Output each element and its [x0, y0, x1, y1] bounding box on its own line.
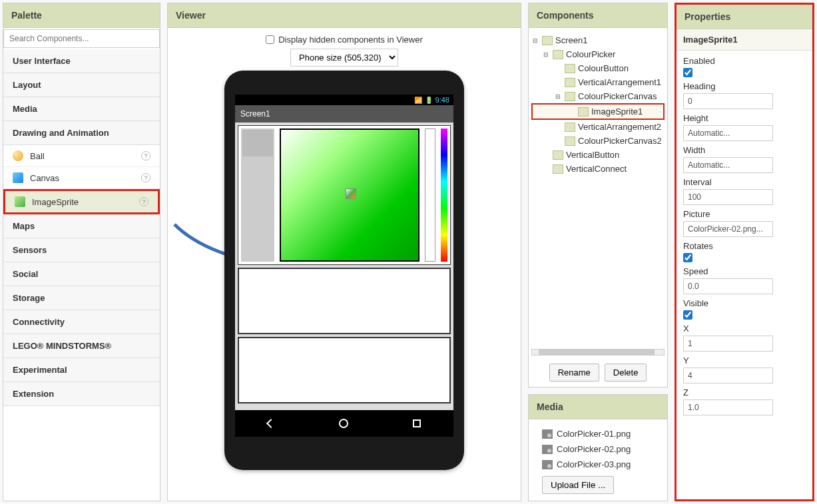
palette-cat-extension[interactable]: Extension: [3, 382, 160, 406]
prop-z-input[interactable]: [683, 399, 773, 415]
image-file-icon: [542, 460, 553, 469]
media-header: Media: [529, 395, 667, 419]
prop-picture-input[interactable]: [683, 221, 773, 237]
palette-item-imagesprite[interactable]: ImageSprite ?: [3, 189, 160, 214]
phone-frame: 📶 🔋 9:48 Screen1: [224, 71, 464, 470]
screen-icon: [542, 36, 553, 45]
help-icon[interactable]: ?: [141, 173, 150, 182]
upload-file-button[interactable]: Upload File ...: [542, 476, 614, 494]
palette-cat-maps[interactable]: Maps: [3, 214, 160, 238]
prop-x-input[interactable]: [683, 336, 773, 352]
palette-cat-layout[interactable]: Layout: [3, 73, 160, 97]
prop-picture-label: Picture: [683, 209, 806, 219]
wifi-icon: 📶: [414, 97, 422, 104]
prop-rotates-label: Rotates: [683, 241, 806, 251]
prop-z-label: Z: [683, 387, 806, 397]
viewer-panel: Viewer Display hidden components in View…: [167, 3, 521, 501]
prop-visible-label: Visible: [683, 298, 806, 308]
tree-va1[interactable]: VerticalArrangement1: [531, 75, 665, 89]
imagesprite-preview[interactable]: [346, 188, 356, 199]
prop-enabled-checkbox[interactable]: [683, 68, 692, 77]
image-file-icon: [542, 445, 553, 454]
components-scrollbar[interactable]: [531, 349, 665, 356]
prop-height-input[interactable]: [683, 125, 773, 141]
tree-cpcanvas2[interactable]: ColourPickerCanvas2: [531, 134, 665, 148]
rename-button[interactable]: Rename: [549, 364, 599, 381]
prop-interval-input[interactable]: [683, 189, 773, 205]
tree-vbutton[interactable]: VerticalButton: [531, 148, 665, 162]
nav-home-icon[interactable]: [339, 419, 348, 428]
delete-button[interactable]: Delete: [605, 364, 647, 381]
palette-panel: Palette User Interface Layout Media Draw…: [3, 3, 160, 501]
tree-imagesprite1[interactable]: ImageSprite1: [531, 103, 665, 120]
screen-content[interactable]: [235, 123, 453, 410]
prop-width-input[interactable]: [683, 157, 773, 173]
nav-recent-icon[interactable]: [413, 419, 421, 427]
prop-width-label: Width: [683, 145, 806, 155]
prop-rotates-checkbox[interactable]: [683, 253, 692, 262]
button-icon: [565, 64, 575, 73]
tree-colourpicker[interactable]: ⊟ColourPicker: [531, 47, 665, 61]
phone-statusbar: 📶 🔋 9:48: [235, 95, 453, 105]
palette-cat-storage[interactable]: Storage: [3, 286, 160, 310]
palette-cat-drawing[interactable]: Drawing and Animation: [3, 121, 160, 145]
palette-cat-connectivity[interactable]: Connectivity: [3, 310, 160, 334]
screen-titlebar: Screen1: [235, 105, 453, 123]
properties-panel: Properties ImageSprite1 Enabled Heading …: [675, 3, 814, 501]
tree-colourbutton[interactable]: ColourButton: [531, 61, 665, 75]
imagesprite-icon: [15, 196, 25, 207]
button-icon: [553, 150, 563, 160]
prop-y-input[interactable]: [683, 368, 773, 383]
palette-item-ball[interactable]: Ball ?: [3, 145, 160, 167]
help-icon[interactable]: ?: [139, 197, 148, 206]
properties-header: Properties: [677, 5, 812, 29]
show-hidden-checkbox[interactable]: [266, 35, 274, 44]
prop-speed-input[interactable]: [683, 278, 773, 294]
show-hidden-label: Display hidden components in Viewer: [278, 35, 423, 45]
tree-screen1[interactable]: ⊟Screen1: [531, 33, 665, 47]
media-file-3[interactable]: ColorPicker-03.png: [542, 457, 654, 472]
prop-heading-input[interactable]: [683, 93, 773, 109]
canvas-icon: [13, 172, 23, 183]
help-icon[interactable]: ?: [141, 151, 150, 160]
phone-navbar: [235, 410, 453, 437]
tree-vconnect[interactable]: VerticalConnect: [531, 162, 665, 176]
vertical-arrangement-preview[interactable]: [425, 128, 435, 262]
hue-slider-preview[interactable]: [441, 128, 447, 262]
colour-button-preview[interactable]: [241, 128, 274, 262]
media-file-1[interactable]: ColorPicker-01.png: [542, 426, 654, 441]
image-file-icon: [542, 429, 553, 439]
tree-cpcanvas[interactable]: ⊟ColourPickerCanvas: [531, 89, 665, 103]
tree-va2[interactable]: VerticalArrangement2: [531, 120, 665, 134]
palette-item-label: Canvas: [30, 173, 59, 183]
prop-visible-checkbox[interactable]: [683, 310, 692, 320]
nav-back-icon[interactable]: [266, 419, 276, 428]
prop-speed-label: Speed: [683, 266, 806, 276]
media-file-2[interactable]: ColorPicker-02.png: [542, 441, 654, 457]
palette-cat-sensors[interactable]: Sensors: [3, 238, 160, 262]
palette-cat-experimental[interactable]: Experimental: [3, 358, 160, 382]
canvas-icon: [565, 136, 575, 146]
prop-enabled-label: Enabled: [683, 56, 806, 66]
statusbar-time: 9:48: [435, 96, 449, 104]
vertical-connect-preview[interactable]: [238, 337, 451, 403]
arrangement-icon: [565, 123, 575, 132]
palette-cat-user-interface[interactable]: User Interface: [3, 49, 160, 73]
prop-height-label: Height: [683, 113, 806, 123]
components-tree: ⊟Screen1 ⊟ColourPicker ColourButton Vert…: [529, 28, 667, 346]
colour-picker-canvas-preview[interactable]: [280, 128, 419, 262]
ball-icon: [13, 150, 23, 161]
prop-y-label: Y: [683, 356, 806, 366]
palette-cat-social[interactable]: Social: [3, 262, 160, 286]
palette-header: Palette: [3, 3, 160, 28]
palette-cat-lego[interactable]: LEGO® MINDSTORMS®: [3, 334, 160, 358]
palette-item-label: Ball: [30, 151, 45, 161]
phone-size-select[interactable]: Phone size (505,320): [290, 49, 398, 67]
arrangement-icon: [565, 78, 575, 87]
palette-search-input[interactable]: [3, 29, 160, 48]
canvas-icon: [565, 92, 575, 101]
palette-item-canvas[interactable]: Canvas ?: [3, 167, 160, 189]
vertical-button-preview[interactable]: [238, 268, 451, 334]
palette-cat-media[interactable]: Media: [3, 97, 160, 121]
prop-x-label: X: [683, 324, 806, 334]
